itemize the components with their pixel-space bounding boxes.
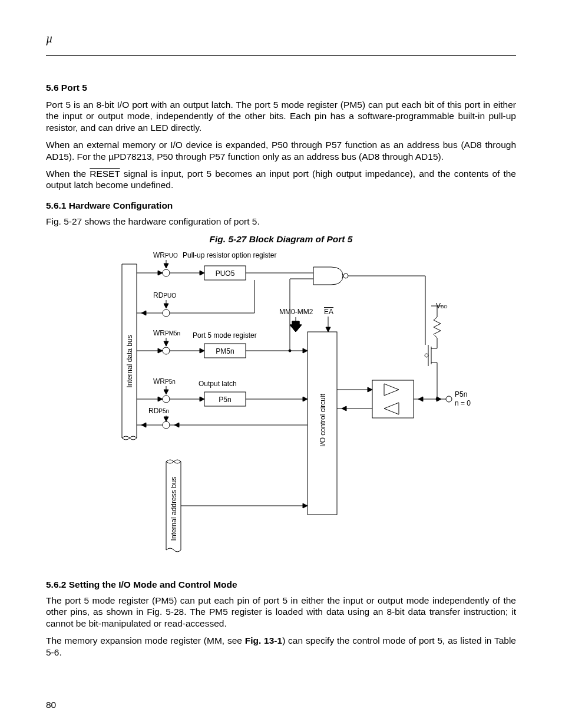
- svg-marker-76: [368, 387, 372, 392]
- paragraph-4: Fig. 5-27 shows the hardware configurati…: [46, 216, 516, 227]
- svg-marker-54: [326, 327, 330, 332]
- svg-point-83: [436, 398, 438, 400]
- paragraph-6: The memory expansion mode register (MM, …: [46, 635, 516, 658]
- fig-13-1-ref: Fig. 13-1: [245, 635, 282, 645]
- output-latch-label: Output latch: [199, 380, 237, 388]
- svg-marker-12: [164, 304, 168, 308]
- section-heading-5-6: 5.6 Port 5: [46, 83, 516, 93]
- internal-address-bus-label: Internal address bus: [170, 477, 178, 541]
- p5n-box: P5n: [219, 396, 231, 404]
- svg-marker-25: [200, 348, 204, 353]
- svg-marker-5: [158, 271, 163, 275]
- block-diagram: text { font-family: Helvetica, Arial, sa…: [46, 249, 516, 570]
- internal-data-bus-label: Internal data bus: [125, 335, 134, 387]
- svg-marker-36: [200, 397, 204, 401]
- section-heading-5-6-1: 5.6.1 Hardware Configuration: [46, 200, 516, 211]
- figure-caption: Fig. 5-27 Block Diagram of Port 5: [46, 234, 516, 245]
- svg-point-43: [163, 421, 170, 429]
- svg-marker-74: [384, 403, 399, 414]
- svg-marker-42: [164, 417, 168, 421]
- page-content: 5.6 Port 5 Port 5 is an 8-bit I/O port w…: [46, 80, 516, 664]
- svg-marker-28: [303, 348, 308, 353]
- svg-marker-80: [418, 397, 423, 401]
- reset-signal: RESET: [90, 169, 120, 179]
- svg-marker-45: [141, 423, 146, 427]
- svg-point-32: [163, 396, 170, 403]
- ea-label: EA: [324, 308, 333, 316]
- svg-text:WRPM5n: WRPM5n: [153, 329, 180, 337]
- paragraph-2: When an external memory or I/O device is…: [46, 139, 516, 162]
- para3-a: When the: [46, 169, 90, 179]
- pm5n-box: PM5n: [216, 347, 234, 355]
- svg-text:WRPUO: WRPUO: [153, 251, 178, 259]
- section-heading-5-6-2: 5.6.2 Setting the I/O Mode and Control M…: [46, 579, 516, 590]
- mm0-mm2-label: MM0-MM2: [279, 308, 313, 316]
- svg-text:RDP5n: RDP5n: [148, 407, 169, 415]
- svg-point-55: [343, 274, 348, 278]
- svg-point-13: [163, 309, 170, 317]
- svg-point-67: [425, 354, 428, 357]
- svg-marker-34: [158, 397, 163, 401]
- svg-marker-31: [164, 390, 168, 394]
- paragraph-3: When the RESET signal is input, port 5 b…: [46, 168, 516, 191]
- header-rule: [46, 55, 516, 56]
- header-mu: µ: [46, 32, 53, 45]
- svg-marker-23: [158, 348, 163, 353]
- svg-marker-7: [200, 271, 204, 275]
- io-control-circuit-label: I/O control circuit: [319, 393, 327, 447]
- svg-point-82: [446, 396, 452, 402]
- port5-mode-register-label: Port 5 mode register: [193, 331, 257, 340]
- svg-marker-39: [303, 397, 308, 401]
- svg-marker-17: [141, 311, 146, 315]
- svg-point-3: [163, 269, 170, 276]
- page-number: 80: [46, 700, 56, 710]
- para6-a: The memory expansion mode register (MM, …: [46, 635, 245, 645]
- svg-marker-50: [303, 503, 308, 508]
- n-range-label: n = 0 to 7: [455, 399, 472, 407]
- svg-point-21: [163, 347, 170, 354]
- svg-point-58: [289, 350, 291, 352]
- paragraph-5: The port 5 mode register (PM5) can put e…: [46, 595, 516, 629]
- pullup-register-label: Pull-up resistor option register: [183, 251, 276, 259]
- paragraph-1: Port 5 is an 8-bit I/O port with an outp…: [46, 99, 516, 133]
- svg-marker-47: [174, 423, 179, 427]
- svg-marker-73: [384, 384, 399, 396]
- svg-text:RDPUO: RDPUO: [153, 291, 176, 299]
- svg-marker-2: [164, 263, 168, 268]
- svg-marker-78: [342, 406, 346, 411]
- svg-text:WRP5n: WRP5n: [153, 377, 176, 386]
- p5n-pin-label: P5n: [455, 390, 467, 398]
- svg-marker-20: [164, 341, 168, 346]
- puo5-box: PUO5: [216, 269, 235, 278]
